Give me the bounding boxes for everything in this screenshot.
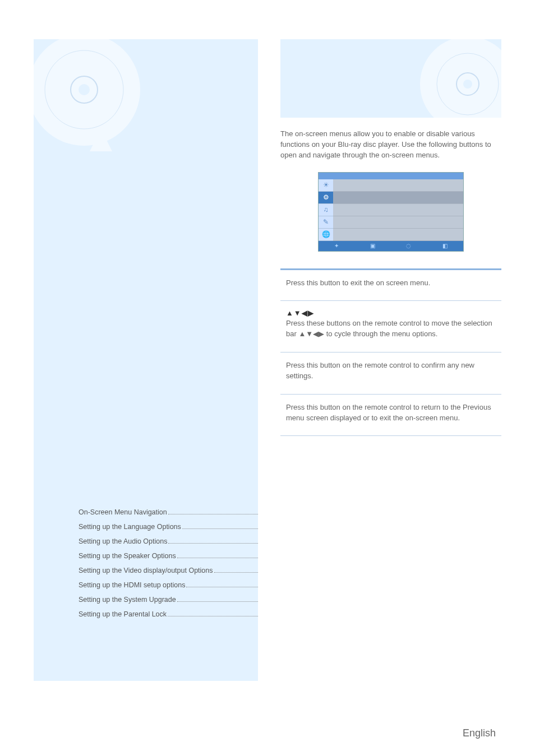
toc-leader-dots [182,528,258,529]
disc-icon [417,39,501,118]
osd-title-bar [319,173,463,179]
left-banner: On-Screen Menu Navigation 37Setting up t… [34,39,258,681]
osd-row-body [333,216,463,229]
left-column: On-Screen Menu Navigation 37Setting up t… [34,39,258,681]
navigate-description: Press these buttons on the remote contro… [280,318,501,340]
osd-footer-icon: ◧ [442,243,448,249]
toc-label: Setting up the Video display/output Opti… [79,567,213,574]
toc-label: Setting up the Audio Options [79,537,167,545]
two-column-layout: On-Screen Menu Navigation 37Setting up t… [34,39,501,681]
toc-leader-dots [168,514,258,514]
toc-leader-dots [177,558,258,558]
osd-row-body [333,229,463,241]
disc-icon [34,39,146,151]
table-of-contents: On-Screen Menu Navigation 37Setting up t… [79,508,258,625]
music-icon: ♫ [319,204,333,216]
page-language-footer: English [463,727,496,739]
nav-arrow-inline: ▲▼◀▶ [298,330,324,338]
toc-row: Setting up the Parental Lock 48 [79,610,258,618]
return-description: Press this button on the remote control … [280,402,501,424]
exit-description: Press this button to exit the on screen … [280,278,501,289]
right-column: The on-screen menus allow you to enable … [280,39,501,681]
osd-menu-screenshot: ☀⚙♫✎🌐 ✦▣◌◧ [318,172,464,252]
toc-label: Setting up the Language Options [79,523,181,531]
section-divider [280,352,501,353]
toc-label: Setting up the Speaker Options [79,552,176,560]
sun-icon: ☀ [319,179,333,192]
globe-icon: 🌐 [319,229,333,241]
svg-point-3 [79,84,90,95]
osd-row: 🌐 [319,229,463,241]
arrow-glyphs: ▲▼◀▶ [280,309,501,317]
osd-footer: ✦▣◌◧ [319,241,463,251]
toc-label: On-Screen Menu Navigation [79,508,167,516]
gear-icon: ⚙ [319,192,333,204]
toc-label: Setting up the Parental Lock [79,610,167,618]
osd-row: ✎ [319,216,463,229]
toc-row: Setting up the Audio Options 38 [79,537,258,545]
osd-footer-icon: ▣ [370,243,375,249]
toc-leader-dots [168,616,258,616]
osd-row: ⚙ [319,192,463,204]
section-rule [280,268,501,270]
osd-footer-icon: ✦ [334,243,339,249]
toc-leader-dots [177,601,258,602]
toc-row: On-Screen Menu Navigation 37 [79,508,258,516]
toc-row: Setting up the System Upgrade 45 [79,596,258,604]
toc-row: Setting up the Speaker Options 40 [79,552,258,560]
toc-row: Setting up the HDMI setup options 43 [79,581,258,589]
toc-leader-dots [168,543,258,544]
toc-label: Setting up the HDMI setup options [79,581,185,589]
section-divider [280,394,501,395]
intro-paragraph: The on-screen menus allow you to enable … [280,129,501,161]
toc-label: Setting up the System Upgrade [79,596,176,604]
section-divider [280,435,501,436]
toc-row: Setting up the Language Options 38 [79,523,258,531]
osd-footer-icon: ◌ [406,243,411,249]
nav-text-c: to cycle through the menu options. [324,330,437,338]
osd-row-body [333,204,463,216]
toc-leader-dots [186,587,258,587]
toc-row: Setting up the Video display/output Opti… [79,567,258,574]
osd-row: ☀ [319,179,463,192]
right-banner [280,39,501,118]
svg-point-8 [463,80,472,89]
osd-row: ♫ [319,204,463,216]
section-divider [280,300,501,301]
confirm-description: Press this button on the remote control … [280,360,501,382]
brush-icon: ✎ [319,216,333,229]
page-root: On-Screen Menu Navigation 37Setting up t… [0,0,535,756]
toc-leader-dots [214,572,258,573]
osd-row-body [333,192,463,204]
osd-row-body [333,179,463,192]
